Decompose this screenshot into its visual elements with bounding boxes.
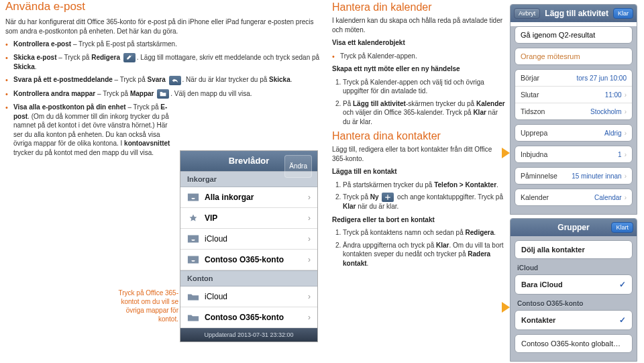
left-intro: När du har konfigurerat ditt Office 365-…	[5, 17, 327, 36]
check-icon: ✓	[619, 315, 626, 325]
activity-row-repeat[interactable]: UpprepaAldrig›	[515, 125, 632, 141]
chevron-right-icon: ›	[625, 108, 627, 115]
new-event-step2: På Lägg till aktivitet-skärmen trycker d…	[343, 99, 506, 127]
activity-row-tz[interactable]: TidszonStockholm›	[515, 103, 632, 119]
callout-office365: Tryck på Office 365-kontot om du vill se…	[106, 289, 178, 323]
folder-icon	[157, 89, 169, 99]
new-event-steps: Tryck på Kalender-appen och välj tid och…	[332, 78, 506, 127]
plus-icon	[382, 193, 394, 202]
folder-icon	[187, 313, 199, 322]
mailbox-row-contoso[interactable]: Contoso O365-konto›	[180, 250, 317, 270]
subhead-edit-contact: Redigera eller ta bort en kontakt	[332, 215, 506, 225]
folder-icon	[187, 292, 199, 301]
mid-column: Hantera din kalender I kalendern kan du …	[332, 0, 506, 272]
edit-contact-steps: Tryck på kontaktens namn och sedan på Re…	[332, 228, 506, 268]
subhead-view-item: Visa ett kalenderobjekt	[332, 38, 506, 48]
subhead-add-contact: Lägga till en kontakt	[332, 167, 506, 176]
groups-row-global[interactable]: Contoso O365-konto globalt…	[515, 334, 633, 353]
tray-icon	[187, 255, 199, 264]
groups-row-icloud[interactable]: Bara iCloud✓	[515, 274, 633, 295]
activity-row-invited[interactable]: Inbjudna1›	[515, 146, 632, 162]
star-icon	[187, 213, 199, 223]
account-row-contoso[interactable]: Contoso O365-konto›	[180, 307, 317, 328]
activity-row-reminder[interactable]: Påminnelse15 minuter innan›	[515, 168, 632, 184]
groups-body: Dölj alla kontakter iCloud Bara iCloud✓ …	[511, 236, 637, 361]
chevron-right-icon: ›	[308, 313, 311, 322]
tray-icon	[187, 234, 199, 244]
pointer-arrow-icon	[502, 148, 510, 158]
bullet-check-mail: Kontrollera e-post – Tryck på E-post på …	[5, 40, 327, 49]
left-bullets: Kontrollera e-post – Tryck på E-post på …	[5, 40, 327, 157]
groups-title: Grupper	[511, 223, 637, 232]
account-row-icloud[interactable]: iCloud›	[180, 287, 317, 307]
groups-header: Grupper Klart	[511, 219, 637, 236]
tray-icon	[187, 193, 199, 202]
activity-title-field[interactable]: Gå igenom Q2-resultat	[515, 26, 633, 44]
calendar-heading: Hantera din kalender	[332, 1, 506, 13]
mailbox-row-icloud[interactable]: iCloud›	[180, 229, 317, 250]
activity-title: Lägg till aktivitet	[545, 9, 608, 18]
mailboxes-edit-button[interactable]: Ändra	[284, 155, 312, 178]
activity-done-button[interactable]: Klar	[613, 8, 633, 19]
edit-contact-step2: Ändra uppgifterna och tryck på Klar. Om …	[343, 241, 506, 268]
activity-row-end[interactable]: Slutar11:00›	[515, 87, 632, 103]
chevron-right-icon: ›	[308, 234, 311, 244]
compose-icon	[123, 53, 136, 62]
check-icon: ✓	[619, 280, 626, 289]
activity-invite-group: Inbjudna1›	[515, 146, 633, 163]
activity-row-calendar[interactable]: KalenderCalendar›	[515, 189, 632, 205]
add-contact-step2: Tryck på Ny och ange kontaktuppgifter. T…	[343, 193, 506, 211]
groups-section-contoso: Contoso O365-konto	[515, 299, 633, 310]
bullet-reply-mail: Svara på ett e-postmeddelande – Tryck på…	[5, 75, 327, 85]
chevron-right-icon: ›	[625, 151, 627, 158]
groups-panel: Grupper Klart Dölj alla kontakter iCloud…	[510, 218, 637, 362]
mailboxes-footer: Uppdaterad 2013-07-31 23:32:00	[180, 328, 317, 342]
activity-row-start[interactable]: Börjartors 27 jun 10:00	[515, 70, 632, 87]
activity-header: Avbryt Lägg till aktivitet Klar	[511, 5, 637, 22]
activity-time-group: Börjartors 27 jun 10:00 Slutar11:00› Tid…	[515, 69, 633, 120]
add-contact-step1: På startskärmen trycker du på Telefon > …	[343, 180, 506, 190]
chevron-right-icon: ›	[625, 172, 627, 180]
edit-contact-step1: Tryck på kontaktens namn och sedan på Re…	[343, 228, 506, 238]
activity-body: Gå igenom Q2-resultat Orange mötesrum Bö…	[511, 26, 637, 214]
activity-location-field[interactable]: Orange mötesrum	[515, 48, 633, 65]
left-column: Använda e-post När du har konfigurerat d…	[5, 0, 327, 161]
groups-hide-all[interactable]: Dölj alla kontakter	[515, 240, 633, 259]
activity-calendar-group: KalenderCalendar›	[515, 189, 633, 206]
add-contact-steps: På startskärmen trycker du på Telefon > …	[332, 180, 506, 211]
chevron-right-icon: ›	[308, 213, 311, 223]
chevron-right-icon: ›	[625, 91, 627, 99]
bullet-send-mail: Skicka e-post – Tryck på Redigera . Lägg…	[5, 53, 327, 72]
activity-cancel-button[interactable]: Avbryt	[514, 8, 540, 19]
chevron-right-icon: ›	[625, 194, 627, 201]
groups-section-icloud: iCloud	[515, 263, 633, 274]
calendar-bullet: Tryck på Kalender-appen.	[332, 52, 506, 61]
activity-repeat-group: UpprepaAldrig›	[515, 124, 633, 142]
bullet-all-accounts: Visa alla e-postkonton på din enhet – Tr…	[5, 103, 173, 157]
subhead-new-event: Skapa ett nytt möte eller en ny händelse	[332, 64, 506, 74]
chevron-right-icon: ›	[308, 255, 311, 264]
activity-remind-group: Påminnelse15 minuter innan›	[515, 167, 633, 185]
chevron-right-icon: ›	[625, 129, 627, 137]
groups-row-contacts[interactable]: Kontakter✓	[515, 310, 633, 330]
mailbox-row-vip[interactable]: VIP›	[180, 208, 317, 229]
contacts-heading: Hantera dina kontakter	[332, 130, 506, 142]
reply-icon	[169, 76, 181, 85]
mailboxes-section-accounts: Konton	[180, 270, 317, 287]
bullet-other-folders: Kontrollera andra mappar – Tryck på Mapp…	[5, 89, 327, 99]
chevron-right-icon: ›	[308, 292, 311, 301]
new-event-step1: Tryck på Kalender-appen och välj tid och…	[343, 78, 506, 96]
mailboxes-header: Brevlådor Ändra	[180, 151, 317, 171]
add-activity-panel: Avbryt Lägg till aktivitet Klar Gå igeno…	[510, 4, 637, 215]
chevron-right-icon: ›	[308, 193, 311, 202]
mailbox-row-all[interactable]: Alla inkorgar›	[180, 187, 317, 208]
calendar-intro: I kalendern kan du skapa och hålla reda …	[332, 16, 506, 34]
mailboxes-panel: Brevlådor Ändra Inkorgar Alla inkorgar› …	[180, 150, 318, 342]
pointer-arrow-icon	[502, 302, 510, 313]
left-title: Använda e-post	[5, 0, 327, 13]
mailboxes-title: Brevlådor	[229, 156, 270, 166]
calendar-bullet-open: Tryck på Kalender-appen.	[332, 52, 506, 61]
contacts-intro: Lägg till, redigera eller ta bort kontak…	[332, 145, 506, 163]
